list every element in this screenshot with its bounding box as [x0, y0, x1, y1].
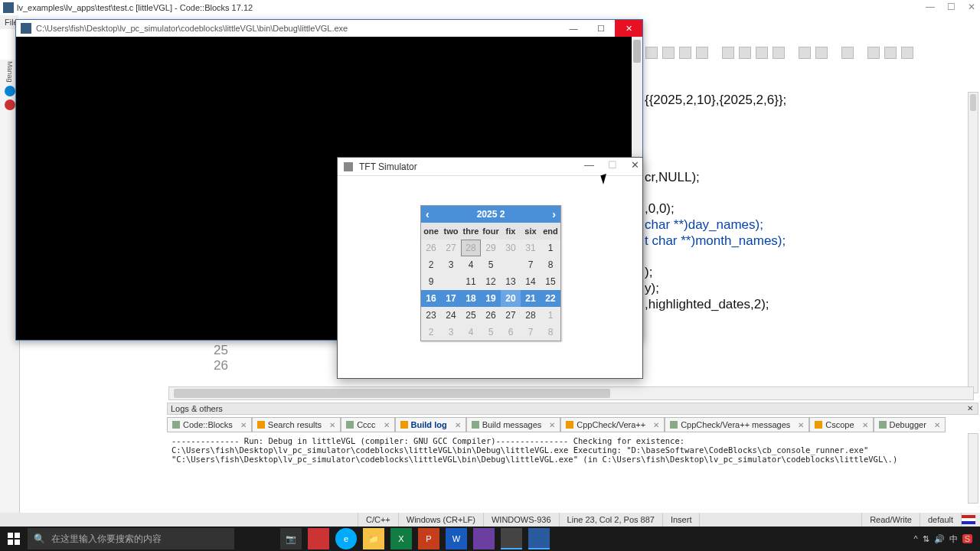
calendar-day-cell[interactable]: 1 — [541, 307, 560, 324]
calendar-day-cell[interactable]: 8 — [541, 256, 560, 273]
cortana-icon[interactable] — [253, 528, 274, 549]
calendar-day-cell[interactable]: 27 — [441, 240, 461, 256]
calendar-day-cell[interactable]: 28 — [521, 307, 541, 324]
sidebar-flag-icon[interactable] — [5, 99, 15, 110]
log-tab[interactable]: CppCheck/Vera++✕ — [560, 417, 665, 432]
log-tab[interactable]: Search results✕ — [252, 417, 341, 432]
toolbar-btn[interactable] — [696, 47, 708, 59]
calendar-prev-icon[interactable]: ‹ — [426, 208, 430, 220]
start-button[interactable] — [0, 527, 28, 551]
maximize-icon[interactable]: ☐ — [947, 2, 956, 12]
calendar-day-cell[interactable]: 24 — [441, 307, 461, 324]
toolbar-btn[interactable] — [799, 47, 811, 59]
calendar-day-cell[interactable]: 7 — [521, 324, 541, 341]
tab-close-icon[interactable]: ✕ — [384, 421, 390, 429]
calendar-next-icon[interactable]: › — [552, 208, 556, 220]
calendar-day-cell[interactable]: 7 — [521, 256, 541, 273]
log-tab[interactable]: Cscope✕ — [809, 417, 873, 432]
calendar-day-cell[interactable]: 21 — [521, 290, 541, 307]
close-icon[interactable]: ✕ — [968, 2, 975, 12]
calendar-day-cell[interactable]: 23 — [421, 307, 441, 324]
build-log-output[interactable]: -------------- Run: Debug in littleVGL (… — [167, 433, 966, 504]
log-tab[interactable]: Build log✕ — [395, 417, 466, 432]
windows-taskbar[interactable]: 🔍 在这里输入你要搜索的内容 📷 e 📁 X P W ^ ⇅ 🔊 中 S — [0, 527, 980, 551]
tray-ime-icon[interactable]: 中 — [949, 533, 958, 545]
toolbar-btn[interactable] — [722, 47, 734, 59]
calendar-day-cell[interactable]: 1 — [541, 240, 560, 256]
calendar-day-cell[interactable]: 19 — [481, 290, 501, 307]
code-scrollbar-vertical[interactable] — [968, 92, 978, 393]
calendar-day-cell[interactable]: 2 — [421, 256, 441, 273]
tab-close-icon[interactable]: ✕ — [653, 421, 659, 429]
calendar-day-cell[interactable]: 4 — [461, 324, 481, 341]
toolbar-btn[interactable] — [773, 47, 785, 59]
calendar-day-cell[interactable]: 28 — [461, 240, 481, 256]
toolbar-flag-icon[interactable] — [645, 47, 658, 59]
tray-network-icon[interactable]: ⇅ — [923, 534, 929, 544]
toolbar-btn[interactable] — [739, 47, 751, 59]
calendar-day-cell[interactable]: 5 — [481, 324, 501, 341]
calendar-day-cell[interactable]: 16 — [421, 290, 441, 307]
logs-close-icon[interactable]: ✕ — [965, 404, 975, 413]
tray-volume-icon[interactable]: 🔊 — [934, 534, 945, 544]
toolbar-nav-fwd-icon[interactable] — [884, 47, 897, 59]
close-button[interactable]: ✕ — [615, 20, 642, 37]
toolbar-nav-back-icon[interactable] — [867, 47, 880, 59]
log-scrollbar[interactable] — [968, 433, 978, 504]
calendar-day-cell[interactable]: 25 — [461, 307, 481, 324]
calendar-day-cell[interactable]: 3 — [441, 324, 461, 341]
calendar-day-cell[interactable]: 29 — [481, 240, 501, 256]
toolbar-btn[interactable] — [662, 47, 675, 59]
tab-close-icon[interactable]: ✕ — [862, 421, 868, 429]
log-tab[interactable]: Debugger✕ — [874, 417, 946, 432]
calendar-day-cell[interactable]: 27 — [501, 307, 521, 324]
tab-close-icon[interactable]: ✕ — [549, 421, 555, 429]
close-button[interactable]: ✕ — [631, 159, 639, 171]
toolbar-btn[interactable] — [841, 47, 854, 59]
taskbar-app-excel[interactable]: X — [390, 528, 412, 549]
log-tab[interactable]: CppCheck/Vera++ messages✕ — [665, 417, 809, 432]
calendar-day-cell[interactable]: 14 — [521, 273, 541, 290]
calendar-day-cell[interactable]: 18 — [461, 290, 481, 307]
calendar-day-cell[interactable] — [501, 256, 521, 273]
calendar-day-cell[interactable]: 8 — [541, 324, 560, 341]
calendar-day-cell[interactable]: 6 — [501, 324, 521, 341]
calendar-day-cell[interactable]: 30 — [501, 240, 521, 256]
taskbar-app-word[interactable]: W — [446, 528, 467, 549]
calendar-day-cell[interactable]: 4 — [461, 256, 481, 273]
logs-panel-header[interactable]: Logs & others ✕ — [167, 403, 978, 415]
calendar-day-cell[interactable]: 13 — [501, 273, 521, 290]
taskbar-app-camera[interactable]: 📷 — [280, 528, 302, 549]
calendar-day-cell[interactable]: 26 — [481, 307, 501, 324]
toolbar-btn[interactable] — [756, 47, 768, 59]
code-scrollbar-horizontal[interactable] — [168, 386, 974, 400]
calendar-day-cell[interactable]: 11 — [461, 273, 481, 290]
calendar-day-cell[interactable]: 31 — [521, 240, 541, 256]
taskbar-app-running[interactable] — [501, 528, 522, 549]
toolbar-btn[interactable] — [679, 47, 691, 59]
minimize-button[interactable]: — — [560, 20, 587, 37]
calendar-day-cell[interactable]: 3 — [441, 256, 461, 273]
taskbar-search[interactable]: 🔍 在这里输入你要搜索的内容 — [28, 528, 234, 549]
minimize-button[interactable]: — — [584, 159, 594, 171]
log-tab[interactable]: Build messages✕ — [466, 417, 561, 432]
calendar-day-cell[interactable]: 17 — [441, 290, 461, 307]
code-editor[interactable]: {{2025,2,10},{2025,2,6}}; cr,NULL); ,0,0… — [645, 92, 966, 383]
status-locale-flag-icon[interactable] — [962, 515, 975, 524]
tab-close-icon[interactable]: ✕ — [455, 421, 461, 429]
calendar-widget[interactable]: ‹ 2025 2 › onetwothrefourfixsixend 26272… — [420, 205, 561, 341]
calendar-day-cell[interactable]: 20 — [501, 290, 521, 307]
tft-simulator-window[interactable]: TFT Simulator — ☐ ✕ ‹ 2025 2 › onetwothr… — [337, 157, 643, 379]
tab-close-icon[interactable]: ✕ — [934, 421, 940, 429]
taskbar-app[interactable] — [473, 528, 495, 549]
calendar-day-cell[interactable]: 9 — [421, 273, 441, 290]
calendar-day-cell[interactable]: 5 — [481, 256, 501, 273]
tray-sogou-icon[interactable]: S — [962, 534, 972, 543]
system-tray[interactable]: ^ ⇅ 🔊 中 S — [913, 533, 980, 545]
tab-close-icon[interactable]: ✕ — [329, 421, 335, 429]
console-title-bar[interactable]: C:\Users\fish\Desktop\lv_pc_simulator\co… — [16, 20, 642, 37]
calendar-day-cell[interactable]: 22 — [541, 290, 560, 307]
taskbar-app-edge[interactable]: e — [335, 528, 357, 549]
taskbar-app[interactable] — [308, 528, 329, 549]
log-tab[interactable]: Cccc✕ — [341, 417, 394, 432]
